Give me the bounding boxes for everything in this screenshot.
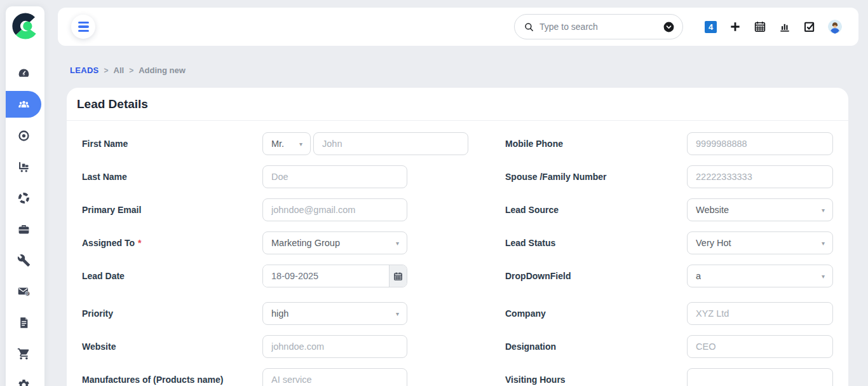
sidebar-item-organizations[interactable]: [6, 216, 41, 242]
calendar-button[interactable]: [754, 20, 766, 33]
lead-date-input[interactable]: [263, 265, 389, 287]
field-label: Mobile Phone: [505, 139, 687, 149]
priority-select[interactable]: high ▾: [262, 302, 407, 325]
form-column-left: First Name Mr. ▾ Last Name Primary Email: [82, 132, 438, 386]
visiting-hours-input[interactable]: [687, 368, 833, 386]
field-label: Website: [82, 341, 262, 352]
spouse-number-input[interactable]: [687, 165, 833, 188]
lifebuoy-icon: [17, 191, 31, 205]
caret-down-icon: ▾: [822, 240, 825, 247]
notification-count-badge[interactable]: 4: [705, 21, 717, 33]
lead-source-select[interactable]: Website ▾: [687, 198, 833, 221]
sidebar-item-mail[interactable]: @: [6, 278, 41, 305]
designation-input[interactable]: [687, 335, 833, 358]
user-avatar[interactable]: [828, 20, 842, 34]
search-scope-chevron-icon[interactable]: [663, 21, 675, 33]
sidebar: @: [6, 6, 44, 386]
field-label: DropDownField: [505, 271, 687, 281]
users-icon: [17, 98, 31, 111]
sidebar-item-activities[interactable]: [6, 309, 41, 336]
mail-at-icon: @: [17, 285, 31, 298]
sidebar-item-tools[interactable]: [6, 247, 41, 273]
calendar-icon: [393, 272, 403, 281]
hamburger-menu-button[interactable]: [71, 15, 95, 39]
field-label: Assigned To*: [82, 238, 262, 248]
form-row-primary-email: Primary Email: [82, 198, 438, 221]
website-input[interactable]: [262, 335, 407, 358]
sidebar-item-contacts[interactable]: [6, 184, 41, 211]
sidebar-item-dashboard[interactable]: [6, 60, 41, 86]
checkbox-check-icon: [803, 20, 816, 33]
reports-button[interactable]: [778, 20, 791, 33]
lead-details-card: Lead Details First Name Mr. ▾ Last Name: [67, 88, 848, 386]
sidebar-item-leads[interactable]: [6, 91, 41, 118]
salutation-select[interactable]: Mr. ▾: [262, 132, 311, 155]
svg-text:@: @: [25, 291, 29, 295]
page-title: Lead Details: [77, 97, 148, 111]
form-row-first-name: First Name Mr. ▾: [82, 132, 438, 155]
form-row-spouse-number: Spouse /Family Number: [505, 165, 848, 188]
field-label: Primary Email: [82, 205, 262, 215]
field-label: First Name: [82, 139, 262, 149]
breadcrumb-current: Adding new: [139, 65, 186, 75]
field-label: Lead Date: [82, 271, 262, 281]
plus-icon: [729, 20, 742, 33]
field-label: Priority: [82, 308, 262, 319]
manufactures-input[interactable]: [262, 368, 407, 386]
dolly-icon: [17, 160, 31, 174]
document-icon: [17, 316, 31, 329]
sidebar-item-settings[interactable]: [6, 371, 41, 386]
field-label: Lead Source: [505, 205, 687, 215]
breadcrumb-all-link[interactable]: All: [114, 65, 125, 75]
sidebar-item-products[interactable]: [6, 153, 41, 180]
mobile-phone-input[interactable]: [687, 132, 833, 155]
quick-add-button[interactable]: [729, 20, 742, 33]
breadcrumb-leads-link[interactable]: LEADS: [70, 65, 99, 75]
gear-icon: [17, 378, 31, 386]
form-row-lead-source: Lead Source Website ▾: [505, 198, 848, 221]
date-picker-button[interactable]: [389, 265, 407, 287]
target-icon: [17, 129, 31, 142]
field-label: Designation: [505, 341, 687, 352]
bar-chart-icon: [778, 20, 791, 33]
cart-icon: [17, 347, 31, 361]
form-row-last-name: Last Name: [82, 165, 438, 188]
field-label: Manufactures of (Products name): [82, 375, 262, 385]
primary-email-input[interactable]: [262, 198, 407, 221]
lead-status-select[interactable]: Very Hot ▾: [687, 231, 833, 254]
form-row-manufactures: Manufactures of (Products name): [82, 368, 438, 386]
caret-down-icon: ▾: [396, 240, 399, 247]
form-row-assigned-to: Assigned To* Marketing Group ▾: [82, 231, 438, 254]
sidebar-item-orders[interactable]: [6, 340, 41, 367]
breadcrumb-separator: >: [129, 66, 133, 75]
field-label: Last Name: [82, 172, 262, 182]
topbar: 4: [58, 8, 858, 46]
company-input[interactable]: [687, 302, 833, 325]
form-row-website: Website: [82, 335, 438, 358]
last-name-input[interactable]: [262, 165, 407, 188]
briefcase-icon: [17, 223, 31, 236]
field-label: Spouse /Family Number: [505, 172, 687, 182]
sidebar-item-target[interactable]: [6, 122, 41, 149]
lead-form: First Name Mr. ▾ Last Name Primary Email: [67, 121, 848, 132]
topbar-actions: 4: [705, 8, 842, 46]
caret-down-icon: ▾: [822, 273, 825, 280]
search-input[interactable]: [534, 22, 663, 32]
caret-down-icon: ▾: [822, 207, 825, 214]
tasks-button[interactable]: [803, 20, 816, 33]
first-name-input[interactable]: [313, 132, 468, 155]
form-row-mobile-phone: Mobile Phone: [505, 132, 848, 155]
lead-date-group: [262, 265, 407, 287]
form-row-priority: Priority high ▾: [82, 302, 438, 325]
caret-down-icon: ▾: [396, 310, 399, 317]
wrench-icon: [17, 254, 31, 267]
app-logo[interactable]: [11, 11, 40, 41]
caret-down-icon: ▾: [299, 141, 302, 148]
assigned-to-select[interactable]: Marketing Group ▾: [262, 231, 407, 254]
form-row-company: Company: [505, 302, 848, 325]
field-label: Company: [505, 308, 687, 319]
calendar-icon: [754, 20, 766, 33]
dropdownfield-select[interactable]: a ▾: [687, 265, 833, 287]
card-header: Lead Details: [67, 88, 848, 121]
form-row-lead-status: Lead Status Very Hot ▾: [505, 231, 848, 254]
